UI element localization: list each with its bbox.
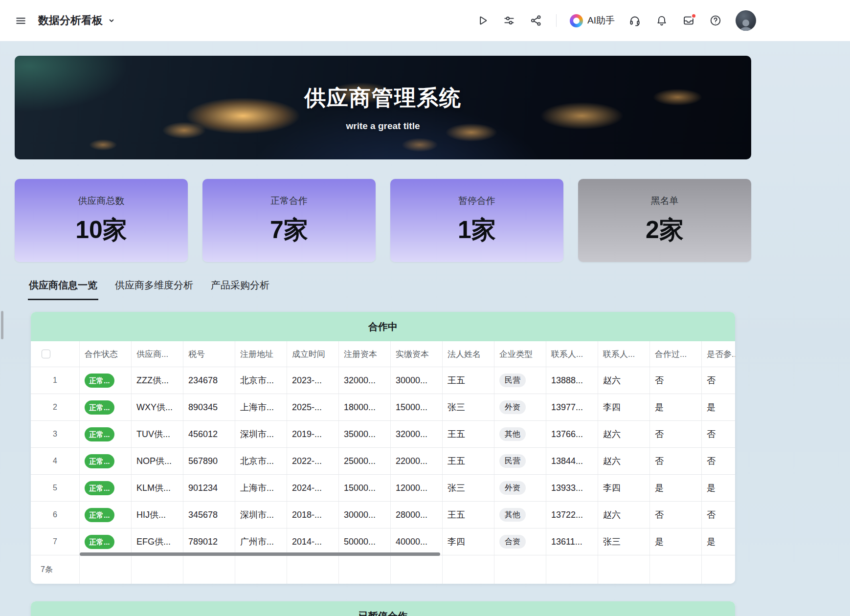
table-cell[interactable]: 345678 (183, 502, 235, 528)
table-cell[interactable]: 35000... (339, 421, 391, 447)
table-cell[interactable]: 是 (650, 475, 702, 501)
table-cell[interactable]: 2019-... (287, 421, 339, 447)
table-cell[interactable]: 901234 (183, 475, 235, 501)
table-cell[interactable]: 否 (702, 448, 735, 474)
select-all-checkbox[interactable] (42, 350, 50, 358)
column-header[interactable]: 成立时间 (287, 341, 339, 367)
table-cell[interactable]: 其他 (494, 502, 546, 528)
table-cell[interactable]: 正常... (80, 448, 132, 474)
row-number[interactable]: 6 (31, 502, 80, 528)
table-cell[interactable]: 赵六 (598, 502, 650, 528)
table-cell[interactable]: 2022-... (287, 448, 339, 474)
column-header[interactable]: 是否参... (702, 341, 735, 367)
table-cell[interactable]: 正常... (80, 421, 132, 447)
table-cell[interactable]: 12000... (391, 475, 443, 501)
vertical-scrollbar[interactable] (1, 311, 3, 339)
column-header[interactable]: 联系人... (546, 341, 598, 367)
column-header[interactable]: 注册地址 (235, 341, 287, 367)
table-cell[interactable]: 是 (650, 394, 702, 420)
table-cell[interactable]: 李四 (598, 394, 650, 420)
table-cell[interactable]: 13844... (546, 448, 598, 474)
table-cell[interactable]: 否 (702, 421, 735, 447)
table-cell[interactable]: 否 (650, 448, 702, 474)
column-header[interactable]: 税号 (183, 341, 235, 367)
table-cell[interactable]: 13933... (546, 475, 598, 501)
table-cell[interactable]: 其他 (494, 421, 546, 447)
row-number[interactable]: 7 (31, 528, 80, 555)
bell-icon[interactable] (655, 14, 669, 27)
table-cell[interactable]: 30000... (339, 502, 391, 528)
tab-item[interactable]: 供应商多维度分析 (114, 279, 194, 300)
table-cell[interactable]: 40000... (391, 528, 443, 555)
table-cell[interactable]: 正常... (80, 475, 132, 501)
table-cell[interactable]: 王五 (443, 421, 494, 447)
table-cell[interactable]: 否 (650, 367, 702, 394)
horizontal-scrollbar[interactable] (80, 552, 440, 556)
table-cell[interactable]: 正常... (80, 528, 132, 555)
table-cell[interactable]: 上海市... (235, 394, 287, 420)
column-header[interactable]: 实缴资本 (391, 341, 443, 367)
table-cell[interactable]: 赵六 (598, 421, 650, 447)
share-icon[interactable] (529, 14, 543, 27)
table-cell[interactable]: 正常... (80, 394, 132, 420)
table-cell[interactable]: 王五 (443, 367, 494, 394)
table-cell[interactable]: 2025-... (287, 394, 339, 420)
table-cell[interactable]: 32000... (391, 421, 443, 447)
table-cell[interactable]: 赵六 (598, 367, 650, 394)
table-cell[interactable]: KLM供... (132, 475, 183, 501)
column-header[interactable]: 联系人... (598, 341, 650, 367)
table-cell[interactable]: 13611... (546, 528, 598, 555)
table-cell[interactable]: 外资 (494, 475, 546, 501)
table-cell[interactable]: 上海市... (235, 475, 287, 501)
table-cell[interactable]: 2014-... (287, 528, 339, 555)
ai-assistant-button[interactable]: AI助手 (570, 14, 615, 27)
avatar[interactable] (736, 10, 756, 31)
column-header[interactable]: 法人姓名 (443, 341, 494, 367)
help-icon[interactable] (709, 14, 722, 27)
table-cell[interactable]: TUV供... (132, 421, 183, 447)
table-cell[interactable]: 外资 (494, 394, 546, 420)
column-header[interactable]: 合作过... (650, 341, 702, 367)
table-cell[interactable]: 正常... (80, 367, 132, 394)
table-cell[interactable]: 正常... (80, 502, 132, 528)
table-cell[interactable]: 890345 (183, 394, 235, 420)
table-cell[interactable]: ZZZ供... (132, 367, 183, 394)
table-cell[interactable]: 李四 (443, 528, 494, 555)
table-cell[interactable]: 13888... (546, 367, 598, 394)
table-cell[interactable]: 王五 (443, 502, 494, 528)
table-cell[interactable]: 50000... (339, 528, 391, 555)
table-cell[interactable]: 广州市... (235, 528, 287, 555)
table-cell[interactable]: 30000... (391, 367, 443, 394)
table-cell[interactable]: 789012 (183, 528, 235, 555)
table-cell[interactable]: 是 (702, 475, 735, 501)
table-cell[interactable]: WXY供... (132, 394, 183, 420)
table-cell[interactable]: 32000... (339, 367, 391, 394)
table-cell[interactable]: 北京市... (235, 367, 287, 394)
table-cell[interactable]: 是 (702, 528, 735, 555)
table-cell[interactable]: 北京市... (235, 448, 287, 474)
table-cell[interactable]: 2024-... (287, 475, 339, 501)
table-cell[interactable]: 王五 (443, 448, 494, 474)
table-cell[interactable]: 2018-... (287, 502, 339, 528)
table-cell[interactable]: 民营 (494, 367, 546, 394)
table-cell[interactable]: 456012 (183, 421, 235, 447)
table-cell[interactable]: 234678 (183, 367, 235, 394)
table-cell[interactable]: 22000... (391, 448, 443, 474)
hero-banner[interactable]: 供应商管理系统 write a great title (15, 56, 751, 159)
column-header[interactable]: 供应商... (132, 341, 183, 367)
table-cell[interactable]: 是 (702, 394, 735, 420)
row-number[interactable]: 3 (31, 421, 80, 447)
table-cell[interactable]: 13766... (546, 421, 598, 447)
table-cell[interactable]: 深圳市... (235, 421, 287, 447)
table-cell[interactable]: 否 (650, 421, 702, 447)
table-cell[interactable]: 25000... (339, 448, 391, 474)
row-number[interactable]: 4 (31, 448, 80, 474)
headset-icon[interactable] (628, 14, 642, 27)
table-cell[interactable]: 李四 (598, 475, 650, 501)
table-cell[interactable]: 是 (650, 528, 702, 555)
sliders-icon[interactable] (502, 14, 516, 27)
tab-item[interactable]: 供应商信息一览 (28, 279, 98, 300)
table-cell[interactable]: HIJ供... (132, 502, 183, 528)
table-cell[interactable]: 15000... (391, 394, 443, 420)
table-cell[interactable]: 否 (702, 367, 735, 394)
